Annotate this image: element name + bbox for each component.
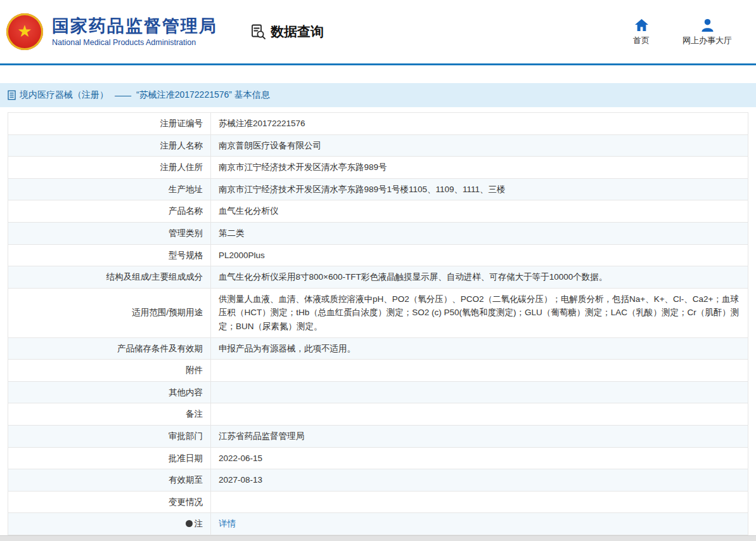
registration-info-table: 注册证编号苏械注准20172221576注册人名称南京普朗医疗设备有限公司注册人… <box>8 112 748 535</box>
table-row: 审批部门江苏省药品监督管理局 <box>8 425 748 447</box>
star-icon: ★ <box>17 23 32 39</box>
row-value: 供测量人血液、血清、体液或质控溶液中pH、PO2（氧分压）、PCO2（二氧化碳分… <box>211 288 748 337</box>
row-value: 南京市江宁经济技术开发区清水亭东路989号 <box>211 157 748 179</box>
row-value <box>211 491 748 513</box>
home-icon <box>633 18 650 32</box>
footer-strip <box>0 535 756 541</box>
nav-service-hall[interactable]: 网上办事大厅 <box>682 18 732 46</box>
row-label: 变更情况 <box>8 491 211 513</box>
table-row: 注册人名称南京普朗医疗设备有限公司 <box>8 134 748 157</box>
registration-info-table-wrap: 注册证编号苏械注准20172221576注册人名称南京普朗医疗设备有限公司注册人… <box>8 112 748 535</box>
row-label: 注册证编号 <box>8 113 211 135</box>
row-value: 南京普朗医疗设备有限公司 <box>211 134 748 157</box>
detail-link[interactable]: 详情 <box>219 519 236 528</box>
table-row: 结构及组成/主要组成成分血气生化分析仪采用8寸800×600-TFT彩色液晶触摸… <box>8 266 748 289</box>
row-label: 审批部门 <box>8 425 211 447</box>
row-label: 产品名称 <box>8 200 211 223</box>
table-row: 管理类别第二类 <box>8 222 748 244</box>
user-icon <box>682 18 732 32</box>
table-row: 产品储存条件及有效期申报产品为有源器械，此项不适用。 <box>8 337 748 360</box>
header-divider <box>0 63 756 65</box>
table-row: 注册证编号苏械注准20172221576 <box>8 113 748 135</box>
info-table-body: 注册证编号苏械注准20172221576注册人名称南京普朗医疗设备有限公司注册人… <box>8 113 748 535</box>
top-nav: 首页 网上办事大厅 <box>633 18 732 46</box>
table-row: 生产地址南京市江宁经济技术开发区清水亭东路989号1号楼1105、1109、11… <box>8 178 748 200</box>
nav-service-hall-label: 网上办事大厅 <box>682 35 732 46</box>
row-label: 有效期至 <box>8 469 211 492</box>
document-icon <box>8 90 16 100</box>
row-label: 附件 <box>8 360 211 382</box>
row-value: 详情 <box>211 513 748 535</box>
org-name-en: National Medical Products Administration <box>52 38 217 47</box>
table-row: 适用范围/预期用途供测量人血液、血清、体液或质控溶液中pH、PO2（氧分压）、P… <box>8 288 748 337</box>
row-label: 生产地址 <box>8 178 211 200</box>
site-header: ★ 国家药品监督管理局 National Medical Products Ad… <box>0 0 756 63</box>
breadcrumb-separator: —— <box>115 90 130 100</box>
page-title: “苏械注准20172221576” 基本信息 <box>136 89 270 101</box>
breadcrumb-category: 境内医疗器械（注册） <box>20 89 108 101</box>
org-title-block: 国家药品监督管理局 National Medical Products Admi… <box>52 16 217 47</box>
table-row: 有效期至2027-08-13 <box>8 469 748 492</box>
row-label: 适用范围/预期用途 <box>8 288 211 337</box>
table-row: 其他内容 <box>8 381 748 403</box>
row-label: 备注 <box>8 403 211 426</box>
row-value <box>211 381 748 403</box>
table-row: 注册人住所南京市江宁经济技术开发区清水亭东路989号 <box>8 157 748 179</box>
table-row: 附件 <box>8 360 748 382</box>
document-search-icon <box>250 23 267 41</box>
row-value: 苏械注准20172221576 <box>211 113 748 135</box>
data-query-title: 数据查询 <box>271 23 324 41</box>
note-dot-icon <box>186 520 193 527</box>
row-value: PL2000Plus <box>211 244 748 266</box>
nav-home[interactable]: 首页 <box>633 18 650 46</box>
table-row: 注详情 <box>8 513 748 535</box>
table-row: 变更情况 <box>8 491 748 513</box>
row-value: 2027-08-13 <box>211 469 748 492</box>
row-label: 型号规格 <box>8 244 211 266</box>
row-value: 血气生化分析仪 <box>211 200 748 223</box>
row-label: 产品储存条件及有效期 <box>8 337 211 360</box>
data-query-block: 数据查询 <box>250 23 324 41</box>
row-value <box>211 360 748 382</box>
table-row: 批准日期2022-06-15 <box>8 447 748 469</box>
row-value: 第二类 <box>211 222 748 244</box>
nav-home-label: 首页 <box>633 35 650 46</box>
row-label: 管理类别 <box>8 222 211 244</box>
row-value: 江苏省药品监督管理局 <box>211 425 748 447</box>
row-value: 申报产品为有源器械，此项不适用。 <box>211 337 748 360</box>
row-label: 批准日期 <box>8 447 211 469</box>
row-value: 血气生化分析仪采用8寸800×600-TFT彩色液晶触摸显示屏、自动进样、可存储… <box>211 266 748 289</box>
table-row: 型号规格PL2000Plus <box>8 244 748 266</box>
row-label: 注册人名称 <box>8 134 211 157</box>
table-row: 产品名称血气生化分析仪 <box>8 200 748 223</box>
row-value <box>211 403 748 426</box>
row-value: 南京市江宁经济技术开发区清水亭东路989号1号楼1105、1109、1111、三… <box>211 178 748 200</box>
row-label: 注册人住所 <box>8 157 211 179</box>
row-label: 结构及组成/主要组成成分 <box>8 266 211 289</box>
row-label: 其他内容 <box>8 381 211 403</box>
national-emblem-logo: ★ <box>6 13 43 50</box>
page-title-bar: 境内医疗器械（注册） —— “苏械注准20172221576” 基本信息 <box>0 83 756 107</box>
row-value: 2022-06-15 <box>211 447 748 469</box>
table-row: 备注 <box>8 403 748 426</box>
row-label: 注 <box>8 513 211 535</box>
org-name-cn: 国家药品监督管理局 <box>52 16 217 36</box>
